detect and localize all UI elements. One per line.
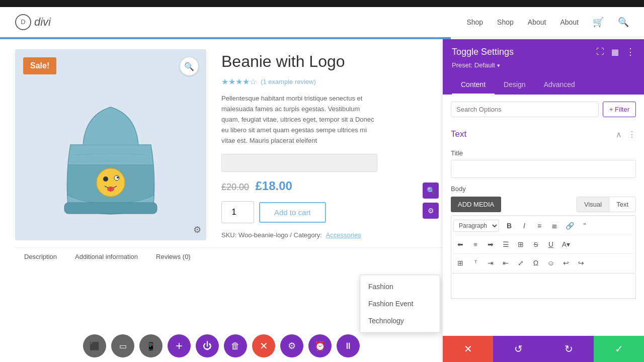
superscript-btn[interactable]: ᵀ xyxy=(468,256,482,270)
dropdown-item-fashion-event[interactable]: Fashion Event xyxy=(360,295,440,312)
trash-float-button[interactable]: 🗑 xyxy=(224,334,247,357)
qty-input[interactable] xyxy=(221,201,254,223)
editor-content-area[interactable] xyxy=(451,274,636,299)
preset-label[interactable]: Preset: Default xyxy=(452,61,495,69)
panel-tabs-row: Content Design Advanced xyxy=(452,75,635,95)
zoom-icon-wrap[interactable]: 🔍 xyxy=(180,57,198,75)
top-bar xyxy=(0,0,644,7)
align-center-btn[interactable]: ≡ xyxy=(468,237,482,251)
add-to-cart-button[interactable]: Add to cart xyxy=(259,202,326,223)
new-price: £18.00 xyxy=(256,179,292,193)
section-title: Text xyxy=(451,129,466,139)
review-link[interactable]: (1 example review) xyxy=(261,78,316,85)
more-icon[interactable]: ⋮ xyxy=(626,46,635,57)
nav-about-2[interactable]: About xyxy=(560,18,579,26)
device-icon-1[interactable]: ▭ xyxy=(111,334,134,357)
panel-body: + Filter Text ∧ ⋮ Title Bo xyxy=(443,95,644,336)
special-char-btn[interactable]: Ω xyxy=(529,256,543,270)
product-description: Pellentesque habitant morbi tristique se… xyxy=(221,94,377,146)
dropdown-item-technology[interactable]: Technology xyxy=(360,312,440,329)
align-right-btn[interactable]: ➡ xyxy=(484,237,498,251)
tab-additional-info[interactable]: Additional information xyxy=(66,248,147,265)
paragraph-select[interactable]: Paragraph Heading 1 Heading 2 xyxy=(453,220,499,232)
fullscreen-editor-btn[interactable]: ⤢ xyxy=(514,256,528,270)
settings-float-button[interactable]: ⚙ xyxy=(280,334,303,357)
preset-row: Preset: Default ▾ xyxy=(452,59,635,74)
redo-editor-btn[interactable]: ↪ xyxy=(574,256,588,270)
blockquote-button[interactable]: " xyxy=(578,219,592,233)
strikethrough-btn[interactable]: S xyxy=(529,237,543,251)
body-field: Body ADD MEDIA Visual Text Parag xyxy=(451,185,636,299)
underline-btn[interactable]: U xyxy=(544,237,558,251)
nav-shop-2[interactable]: Shop xyxy=(497,18,514,26)
nav-shop-1[interactable]: Shop xyxy=(466,18,483,26)
split-icon[interactable]: ▦ xyxy=(611,47,619,57)
text-color-btn[interactable]: A▾ xyxy=(559,237,573,251)
panel-title: Toggle Settings xyxy=(452,47,514,57)
category-dropdown: Fashion Fashion Event Technology xyxy=(360,275,440,333)
ol-button[interactable]: ≣ xyxy=(547,219,561,233)
search-options-input[interactable] xyxy=(451,102,599,117)
beanie-illustration xyxy=(55,74,166,215)
side-icon-search[interactable]: 🔍 xyxy=(423,183,439,199)
table-btn[interactable]: ⊞ xyxy=(514,237,528,251)
tab-design[interactable]: Design xyxy=(495,75,535,95)
power-float-button[interactable]: ⏻ xyxy=(196,334,219,357)
category-link[interactable]: Accessories xyxy=(326,231,361,239)
add-float-button[interactable]: + xyxy=(168,334,191,357)
search-nav-icon[interactable]: 🔍 xyxy=(618,17,629,28)
visual-text-tabs: Visual Text xyxy=(577,197,636,212)
undo-button[interactable]: ↺ xyxy=(493,336,543,362)
outdent-btn[interactable]: ⇤ xyxy=(499,256,513,270)
add-media-button[interactable]: ADD MEDIA xyxy=(451,197,501,212)
align-left-btn[interactable]: ⬅ xyxy=(453,237,467,251)
panel-header: Toggle Settings ⛶ ▦ ⋮ Preset: Default ▾ … xyxy=(443,39,644,95)
toolbar-row-2: ⬅ ≡ ➡ ☰ ⊞ S U A▾ xyxy=(453,235,633,252)
close-float-button[interactable]: ✕ xyxy=(252,334,275,357)
fullscreen-icon[interactable]: ⛶ xyxy=(596,47,604,56)
toolbar-row-1: Paragraph Heading 1 Heading 2 B I ≡ ≣ 🔗 … xyxy=(453,218,633,234)
logo-circle: D xyxy=(15,14,31,30)
input-placeholder-row xyxy=(221,154,377,172)
logo[interactable]: D divi xyxy=(15,14,51,30)
bold-button[interactable]: B xyxy=(502,219,516,233)
embed-btn[interactable]: ⊞ xyxy=(453,256,467,270)
image-settings-icon[interactable]: ⚙ xyxy=(193,224,201,235)
visual-tab[interactable]: Visual xyxy=(577,197,609,212)
justify-btn[interactable]: ☰ xyxy=(499,237,513,251)
tab-reviews[interactable]: Reviews (0) xyxy=(147,248,200,265)
side-icon-settings[interactable]: ⚙ xyxy=(423,203,439,219)
redo-button[interactable]: ↻ xyxy=(543,336,594,362)
section-more-icon[interactable]: ⋮ xyxy=(628,130,636,139)
nav-links: Shop Shop About About 🛒 🔍 xyxy=(466,17,629,28)
tab-content[interactable]: Content xyxy=(452,75,495,95)
title-field: Title xyxy=(451,149,636,178)
dropdown-item-fashion[interactable]: Fashion xyxy=(360,278,440,295)
indent-btn[interactable]: ⇥ xyxy=(484,256,498,270)
cart-icon[interactable]: 🛒 xyxy=(593,17,604,28)
cancel-button[interactable]: ✕ xyxy=(443,336,493,362)
collapse-icon[interactable]: ∧ xyxy=(616,130,622,139)
save-button[interactable]: ✓ xyxy=(594,336,644,362)
filter-button[interactable]: + Filter xyxy=(603,102,636,117)
title-field-label: Title xyxy=(451,149,636,157)
pause-float-button[interactable]: ⏸ xyxy=(337,334,360,357)
device-icon-0[interactable]: ⬛ xyxy=(83,334,106,357)
section-controls: ∧ ⋮ xyxy=(616,130,636,139)
bottom-floating-toolbar: ⬛ ▭ 📱 + ⏻ 🗑 ✕ ⚙ ⏰ ⏸ xyxy=(0,333,443,359)
panel-footer: ✕ ↺ ↻ ✓ xyxy=(443,336,644,362)
preset-dropdown-icon: ▾ xyxy=(497,62,500,68)
undo-editor-btn[interactable]: ↩ xyxy=(559,256,573,270)
italic-button[interactable]: I xyxy=(517,219,531,233)
tab-advanced[interactable]: Advanced xyxy=(535,75,584,95)
device-icon-2[interactable]: 📱 xyxy=(139,334,163,357)
tab-description[interactable]: Description xyxy=(15,248,66,265)
title-input[interactable] xyxy=(451,160,636,178)
ul-button[interactable]: ≡ xyxy=(532,219,546,233)
text-tab[interactable]: Text xyxy=(609,197,636,212)
emoji-btn[interactable]: ☺ xyxy=(544,256,558,270)
timer-float-button[interactable]: ⏰ xyxy=(308,334,332,357)
link-button[interactable]: 🔗 xyxy=(562,219,577,233)
star-rating: ★★★★☆ xyxy=(221,77,257,86)
nav-about-1[interactable]: About xyxy=(528,18,546,26)
